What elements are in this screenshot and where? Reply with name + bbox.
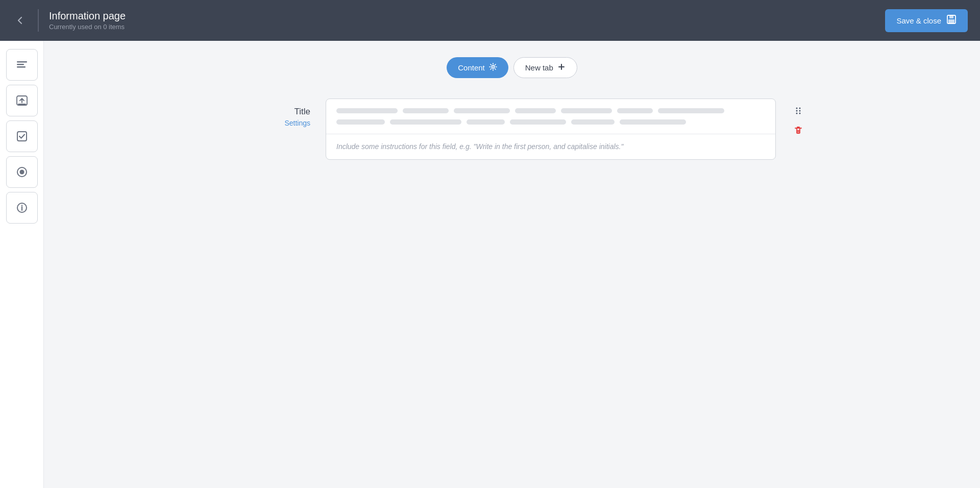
skeleton-line bbox=[561, 108, 612, 113]
tab-newtab-label: New tab bbox=[525, 63, 553, 72]
tabs-bar: Content New tab bbox=[64, 57, 960, 78]
header-title-group: Information page Currently used on 0 ite… bbox=[49, 10, 126, 31]
skeleton-line bbox=[403, 108, 449, 113]
tab-newtab[interactable]: New tab bbox=[513, 57, 577, 78]
skeleton-row-1 bbox=[336, 108, 765, 113]
svg-point-12 bbox=[492, 66, 494, 68]
page-title: Information page bbox=[49, 10, 126, 22]
tab-content[interactable]: Content bbox=[447, 57, 508, 78]
skeleton-line bbox=[467, 119, 505, 125]
drag-handle[interactable] bbox=[791, 104, 805, 118]
svg-point-16 bbox=[799, 110, 801, 112]
main-layout: Content New tab bbox=[0, 41, 980, 488]
skeleton-line bbox=[390, 119, 461, 125]
header: Information page Currently used on 0 ite… bbox=[0, 0, 980, 41]
page-subtitle: Currently used on 0 items bbox=[49, 23, 126, 31]
svg-rect-7 bbox=[17, 132, 27, 141]
svg-point-13 bbox=[796, 108, 798, 109]
field-actions bbox=[791, 99, 805, 137]
field-settings-link[interactable]: Settings bbox=[218, 119, 310, 127]
save-icon bbox=[946, 14, 957, 27]
header-divider bbox=[38, 9, 39, 32]
sidebar-item-text[interactable] bbox=[6, 49, 38, 81]
sidebar-item-radio[interactable] bbox=[6, 156, 38, 188]
svg-point-11 bbox=[21, 205, 22, 206]
svg-rect-2 bbox=[948, 19, 954, 23]
back-button[interactable] bbox=[12, 13, 28, 28]
field-instruction[interactable]: Include some instructions for this field… bbox=[326, 134, 775, 159]
field-instruction-text: Include some instructions for this field… bbox=[336, 142, 623, 151]
skeleton-line bbox=[336, 108, 398, 113]
svg-point-14 bbox=[799, 108, 801, 109]
svg-rect-1 bbox=[949, 15, 953, 18]
plus-icon bbox=[557, 63, 566, 72]
sidebar-item-checkbox[interactable] bbox=[6, 120, 38, 152]
skeleton-line bbox=[571, 119, 615, 125]
field-row: Title Settings bbox=[218, 99, 805, 160]
content-area: Content New tab bbox=[44, 41, 980, 488]
gear-icon bbox=[489, 63, 497, 72]
svg-rect-3 bbox=[17, 61, 27, 63]
skeleton-row-2 bbox=[336, 119, 765, 125]
svg-rect-5 bbox=[17, 66, 26, 68]
skeleton-line bbox=[336, 119, 385, 125]
skeleton-line bbox=[510, 119, 566, 125]
svg-point-18 bbox=[799, 113, 801, 114]
svg-point-17 bbox=[796, 113, 798, 114]
svg-point-9 bbox=[19, 170, 24, 175]
skeleton-line bbox=[658, 108, 724, 113]
skeleton-line bbox=[454, 108, 510, 113]
skeleton-lines bbox=[336, 108, 765, 134]
field-card-inner bbox=[326, 99, 775, 134]
header-left: Information page Currently used on 0 ite… bbox=[12, 9, 126, 32]
field-card: Include some instructions for this field… bbox=[326, 99, 776, 160]
save-close-button[interactable]: Save & close bbox=[885, 9, 968, 32]
svg-rect-4 bbox=[17, 64, 24, 65]
tab-content-label: Content bbox=[458, 63, 485, 72]
field-label-area: Title Settings bbox=[218, 99, 310, 127]
field-label: Title bbox=[295, 107, 311, 116]
save-close-label: Save & close bbox=[896, 16, 941, 25]
skeleton-line bbox=[617, 108, 653, 113]
sidebar-item-upload[interactable] bbox=[6, 85, 38, 116]
skeleton-line bbox=[515, 108, 556, 113]
delete-button[interactable] bbox=[791, 123, 805, 137]
skeleton-line bbox=[620, 119, 686, 125]
sidebar bbox=[0, 41, 44, 488]
svg-point-15 bbox=[796, 110, 798, 112]
sidebar-item-info[interactable] bbox=[6, 192, 38, 224]
